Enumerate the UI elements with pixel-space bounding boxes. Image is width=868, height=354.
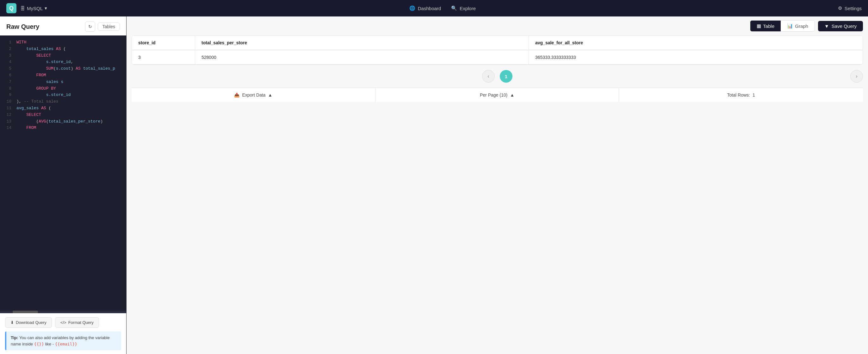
cell-avg-sale: 365333.3333333333 [529,50,863,64]
code-content: total_sales AS ( [17,46,66,53]
prev-page-button[interactable]: ‹ [482,70,495,83]
refresh-button[interactable]: ↻ [85,22,95,32]
code-line-14: 14 FROM [5,125,121,131]
code-content: (AVG(total_sales_per_store) [17,118,103,125]
code-content: GROUP BY [17,86,56,92]
tip-label: Tip: [11,335,18,340]
app-logo: Q [6,3,17,13]
right-toolbar: ▦ Table 📊 Graph ▼ Save Query [127,17,868,35]
header-actions: ↻ Tables [85,22,120,32]
table-footer: 📤 Export Data ▲ Per Page (10) ▲ Total Ro… [132,88,863,102]
results-table: store_id total_sales_per_store avg_sale_… [132,35,863,65]
code-line-6: 6 FROM [5,72,121,79]
dashboard-icon: 🌐 [409,5,415,11]
total-rows: Total Rows: 1 [619,88,863,102]
code-content: FROM [17,125,36,131]
column-header-total-sales: total_sales_per_store [195,36,529,50]
settings-label: Settings [845,6,862,11]
page-title: Raw Query [6,23,39,30]
download-query-label: Download Query [16,320,46,325]
export-icon: 📤 [234,92,240,97]
line-num: 3 [5,53,11,59]
code-content: sales s [17,79,63,86]
tip-code-2: {{email}} [55,342,77,346]
per-page-label: Per Page (10) [480,92,507,97]
code-editor[interactable]: 1 WITH 2 total_sales AS ( 3 SELECT 4 s.s… [0,35,126,311]
nav-dashboard[interactable]: 🌐 Dashboard [409,5,441,11]
code-content: WITH [17,39,26,46]
line-num: 7 [5,79,11,86]
view-graph-label: Graph [795,23,808,29]
format-query-label: Format Query [68,320,94,325]
total-rows-label: Total Rows: [727,92,750,97]
line-num: 11 [5,105,11,112]
tables-button[interactable]: Tables [98,23,120,31]
dashboard-label: Dashboard [418,6,441,11]
db-selector[interactable]: 🗄 MySQL ▾ [20,5,47,11]
code-line-8: 8 GROUP BY [5,86,121,92]
per-page-chevron-icon: ▲ [510,92,514,97]
table-header-row: store_id total_sales_per_store avg_sale_… [132,36,863,50]
code-line-9: 9 s.store_id [5,92,121,98]
line-num: 10 [5,98,11,105]
view-toggle: ▦ Table 📊 Graph [750,20,815,32]
right-panel: ▦ Table 📊 Graph ▼ Save Query store_id to… [127,17,868,354]
tip-box: Tip: You can also add variables by addin… [5,331,121,350]
code-line-10: 10 ), -- Total sales [5,98,121,105]
code-content: s.store_id, [17,59,73,65]
horizontal-scrollbar[interactable] [0,311,126,313]
column-header-store-id: store_id [132,36,195,50]
line-num: 9 [5,92,11,98]
code-content: FROM [17,72,46,79]
next-page-button[interactable]: › [850,70,863,83]
code-line-12: 12 SELECT [5,112,121,118]
nav-explore[interactable]: 🔍 Explore [451,5,476,11]
top-navigation: Q 🗄 MySQL ▾ 🌐 Dashboard 🔍 Explore ⚙ Sett… [0,0,868,17]
query-actions: ⬇ Download Query </> Format Query [5,317,121,328]
column-header-avg-sale: avg_sale_for_all_store [529,36,863,50]
line-num: 5 [5,65,11,72]
export-data-button[interactable]: 📤 Export Data ▲ [132,88,375,102]
code-content: ), -- Total sales [17,98,59,105]
view-graph-button[interactable]: 📊 Graph [781,21,814,31]
explore-icon: 🔍 [451,5,457,11]
code-content: avg_sales AS ( [17,105,51,112]
settings-link[interactable]: ⚙ Settings [838,5,862,11]
line-num: 8 [5,86,11,92]
view-table-label: Table [763,23,774,29]
save-query-button[interactable]: ▼ Save Query [818,21,863,31]
tip-code-1: {{}} [34,342,44,346]
pagination: ‹ 1 › [127,65,868,88]
code-line-2: 2 total_sales AS ( [5,46,121,53]
left-panel: Raw Query ↻ Tables 1 WITH 2 total_sales … [0,17,127,354]
explore-label: Explore [460,6,476,11]
current-page: 1 [500,70,513,83]
cell-total-sales: 528000 [195,50,529,64]
graph-icon: 📊 [787,23,793,29]
line-num: 2 [5,46,11,53]
code-line-11: 11 avg_sales AS ( [5,105,121,112]
total-rows-value: 1 [752,92,755,97]
format-query-button[interactable]: </> Format Query [55,317,99,328]
db-icon: 🗄 [20,6,25,11]
line-num: 4 [5,59,11,65]
line-num: 6 [5,72,11,79]
code-line-4: 4 s.store_id, [5,59,121,65]
code-content: SELECT [17,53,51,59]
left-panel-header: Raw Query ↻ Tables [0,17,126,35]
code-line-7: 7 sales s [5,79,121,86]
line-num: 1 [5,39,11,46]
db-dropdown-icon: ▾ [44,5,47,11]
view-table-button[interactable]: ▦ Table [750,21,781,31]
line-num: 12 [5,112,11,118]
per-page-button[interactable]: Per Page (10) ▲ [375,88,619,102]
format-icon: </> [60,320,66,325]
save-query-label: Save Query [832,23,857,29]
left-panel-bottom: ⬇ Download Query </> Format Query Tip: Y… [0,313,126,354]
download-query-button[interactable]: ⬇ Download Query [5,317,52,328]
export-chevron-icon: ▲ [268,92,272,97]
code-content: SUM(s.cost) AS total_sales_p [17,65,115,72]
code-line-5: 5 SUM(s.cost) AS total_sales_p [5,65,121,72]
line-num: 14 [5,125,11,131]
settings-icon: ⚙ [838,5,842,11]
